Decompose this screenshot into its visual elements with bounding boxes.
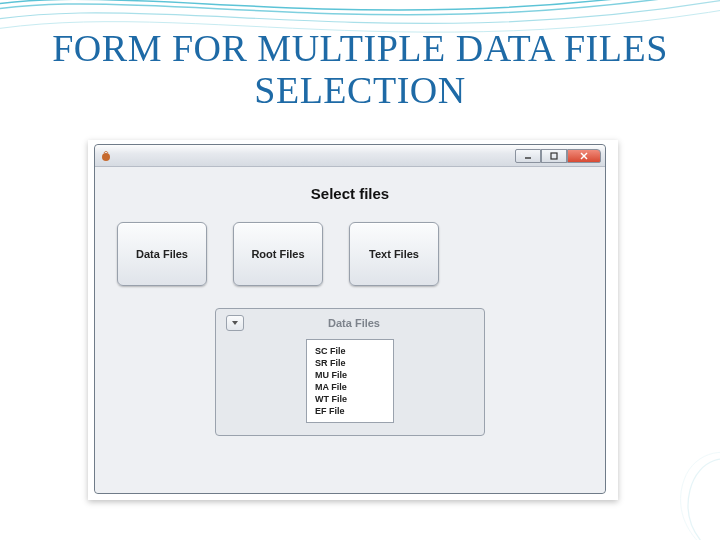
list-item[interactable]: MA File <box>315 382 385 392</box>
svg-rect-2 <box>551 153 557 159</box>
list-item[interactable]: SC File <box>315 346 385 356</box>
select-files-heading: Select files <box>311 185 389 202</box>
file-listbox[interactable]: SC File SR File MU File MA File WT File … <box>306 339 394 423</box>
data-files-button[interactable]: Data Files <box>117 222 207 286</box>
window-controls <box>515 149 601 163</box>
list-item[interactable]: MU File <box>315 370 385 380</box>
window-client-area: Select files Data Files Root Files Text … <box>95 167 605 493</box>
close-button[interactable] <box>567 149 601 163</box>
file-type-button-row: Data Files Root Files Text Files <box>117 222 439 286</box>
text-files-button[interactable]: Text Files <box>349 222 439 286</box>
panel-title: Data Files <box>234 317 474 329</box>
window-titlebar <box>95 145 605 167</box>
screenshot-frame: Select files Data Files Root Files Text … <box>88 140 618 500</box>
java-app-icon <box>99 149 113 163</box>
data-files-panel: Data Files SC File SR File MU File MA Fi… <box>215 308 485 436</box>
svg-point-0 <box>102 153 110 161</box>
list-item[interactable]: WT File <box>315 394 385 404</box>
list-item[interactable]: EF File <box>315 406 385 416</box>
minimize-button[interactable] <box>515 149 541 163</box>
list-item[interactable]: SR File <box>315 358 385 368</box>
maximize-button[interactable] <box>541 149 567 163</box>
slide-title: FORM FOR MULTIPLE DATA FILES SELECTION <box>0 28 720 112</box>
application-window: Select files Data Files Root Files Text … <box>94 144 606 494</box>
root-files-button[interactable]: Root Files <box>233 222 323 286</box>
